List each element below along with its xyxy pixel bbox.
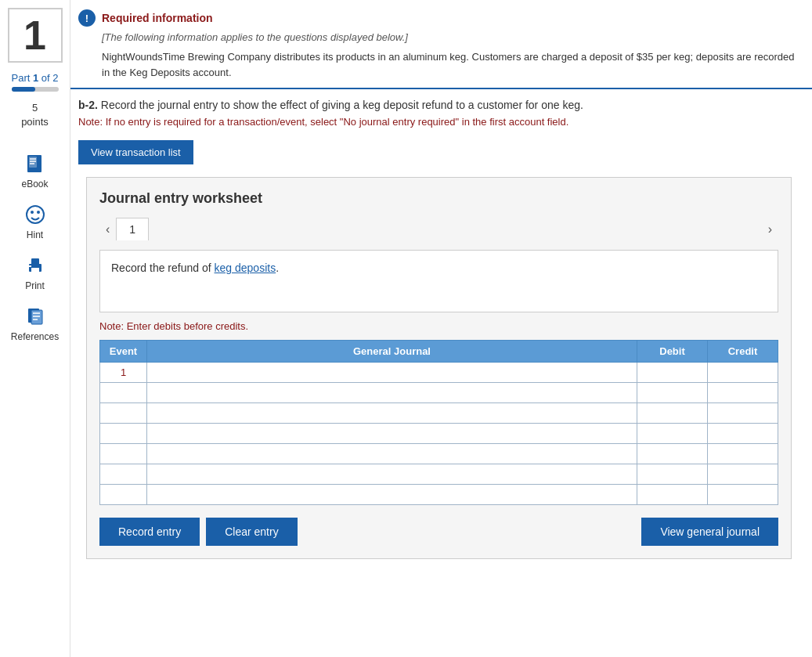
hint-icon bbox=[23, 202, 48, 227]
table-row: 1 bbox=[100, 363, 778, 383]
debit-cell-5[interactable] bbox=[637, 444, 708, 464]
ebook-icon bbox=[23, 151, 48, 176]
event-cell-6 bbox=[100, 464, 147, 485]
event-cell-3 bbox=[100, 403, 147, 424]
points-value: 5 bbox=[32, 102, 38, 114]
credit-cell-2[interactable] bbox=[708, 383, 778, 403]
debit-cell-3[interactable] bbox=[637, 403, 708, 424]
question-body: Record the journal entry to show the eff… bbox=[98, 99, 583, 111]
general-journal-cell-1[interactable] bbox=[147, 363, 637, 383]
print-icon bbox=[23, 253, 48, 278]
general-journal-input-5[interactable] bbox=[147, 444, 637, 464]
credit-input-2[interactable] bbox=[708, 383, 778, 403]
description-highlight: keg deposits bbox=[215, 262, 276, 274]
record-entry-button[interactable]: Record entry bbox=[99, 518, 200, 546]
prev-tab-button[interactable]: ‹ bbox=[99, 219, 116, 240]
table-row bbox=[100, 464, 778, 485]
sidebar-item-hint[interactable]: Hint bbox=[23, 202, 48, 240]
view-general-journal-button[interactable]: View general journal bbox=[641, 518, 778, 546]
svg-rect-9 bbox=[31, 258, 39, 265]
credit-input-3[interactable] bbox=[708, 403, 778, 423]
debit-cell-7[interactable] bbox=[637, 485, 708, 505]
exclamation-icon: ! bbox=[78, 9, 96, 27]
debit-input-6[interactable] bbox=[637, 464, 707, 484]
col-header-event: Event bbox=[100, 341, 147, 363]
sidebar-item-ebook[interactable]: eBook bbox=[21, 151, 48, 190]
description-suffix: . bbox=[276, 262, 279, 274]
table-row bbox=[100, 444, 778, 464]
col-header-general: General Journal bbox=[147, 341, 637, 363]
progress-bar-container bbox=[12, 87, 59, 92]
general-journal-input-6[interactable] bbox=[147, 464, 637, 484]
event-cell-4 bbox=[100, 424, 147, 444]
general-journal-input-3[interactable] bbox=[147, 403, 637, 423]
general-journal-cell-3[interactable] bbox=[147, 403, 637, 424]
general-journal-cell-7[interactable] bbox=[147, 485, 637, 505]
debit-cell-1[interactable] bbox=[637, 363, 708, 383]
svg-point-7 bbox=[37, 211, 40, 214]
question-text: b-2. Record the journal entry to show th… bbox=[78, 99, 799, 111]
event-cell-7 bbox=[100, 485, 147, 505]
credit-input-1[interactable] bbox=[708, 363, 778, 382]
credit-input-6[interactable] bbox=[708, 464, 778, 484]
question-number: 1 bbox=[8, 8, 63, 63]
references-icon bbox=[23, 304, 48, 329]
sidebar-item-print[interactable]: Print bbox=[23, 253, 48, 291]
general-journal-cell-2[interactable] bbox=[147, 383, 637, 403]
required-info-italic: [The following information applies to th… bbox=[102, 31, 804, 43]
debit-input-5[interactable] bbox=[637, 444, 707, 464]
credit-input-5[interactable] bbox=[708, 444, 778, 464]
col-header-debit: Debit bbox=[637, 341, 708, 363]
note-enter-debits: Note: Enter debits before credits. bbox=[99, 320, 778, 332]
view-transaction-button[interactable]: View transaction list bbox=[78, 140, 193, 164]
journal-worksheet: Journal entry worksheet ‹ 1 › Record the… bbox=[86, 177, 792, 559]
table-row bbox=[100, 424, 778, 444]
general-journal-input-2[interactable] bbox=[147, 383, 637, 403]
general-journal-cell-4[interactable] bbox=[147, 424, 637, 444]
credit-cell-7[interactable] bbox=[708, 485, 778, 505]
debit-input-4[interactable] bbox=[637, 424, 707, 443]
event-cell-5 bbox=[100, 444, 147, 464]
references-label: References bbox=[11, 331, 59, 342]
credit-input-4[interactable] bbox=[708, 424, 778, 443]
debit-cell-4[interactable] bbox=[637, 424, 708, 444]
general-journal-cell-5[interactable] bbox=[147, 444, 637, 464]
description-prefix: Record the refund of bbox=[111, 262, 215, 274]
sidebar-icons: eBook Hint bbox=[11, 151, 59, 342]
general-journal-input-7[interactable] bbox=[147, 485, 637, 504]
credit-cell-3[interactable] bbox=[708, 403, 778, 424]
question-label: b-2. bbox=[78, 99, 98, 111]
journal-table: Event General Journal Debit Credit 1 bbox=[99, 340, 778, 505]
bottom-buttons: Record entry Clear entry View general jo… bbox=[99, 518, 778, 546]
part-of: of 2 bbox=[38, 72, 58, 84]
next-tab-button[interactable]: › bbox=[762, 219, 778, 240]
sidebar: 1 Part 1 of 2 5 points bbox=[0, 0, 70, 657]
svg-point-6 bbox=[31, 211, 34, 214]
required-info-body: NightWoundsTime Brewing Company distribu… bbox=[102, 49, 804, 80]
credit-input-7[interactable] bbox=[708, 485, 778, 504]
active-tab[interactable]: 1 bbox=[116, 218, 149, 240]
question-note: Note: If no entry is required for a tran… bbox=[78, 116, 799, 128]
debit-cell-2[interactable] bbox=[637, 383, 708, 403]
general-journal-input-4[interactable] bbox=[147, 424, 637, 443]
debit-input-2[interactable] bbox=[637, 383, 707, 403]
debit-input-7[interactable] bbox=[637, 485, 707, 504]
credit-cell-6[interactable] bbox=[708, 464, 778, 485]
general-journal-cell-6[interactable] bbox=[147, 464, 637, 485]
credit-cell-4[interactable] bbox=[708, 424, 778, 444]
svg-rect-1 bbox=[29, 157, 37, 168]
table-row bbox=[100, 485, 778, 505]
sidebar-item-references[interactable]: References bbox=[11, 304, 59, 342]
required-info-body-text: NightWoundsTime Brewing Company distribu… bbox=[102, 51, 794, 78]
credit-cell-1[interactable] bbox=[708, 363, 778, 383]
general-journal-input-1[interactable] bbox=[147, 363, 637, 382]
required-info-title: Required information bbox=[102, 12, 213, 24]
debit-input-1[interactable] bbox=[637, 363, 707, 382]
debit-cell-6[interactable] bbox=[637, 464, 708, 485]
worksheet-title: Journal entry worksheet bbox=[99, 190, 778, 207]
event-cell-1: 1 bbox=[100, 363, 147, 383]
clear-entry-button[interactable]: Clear entry bbox=[206, 518, 297, 546]
debit-input-3[interactable] bbox=[637, 403, 707, 423]
credit-cell-5[interactable] bbox=[708, 444, 778, 464]
content-area: ! Required information [The following in… bbox=[70, 0, 812, 657]
